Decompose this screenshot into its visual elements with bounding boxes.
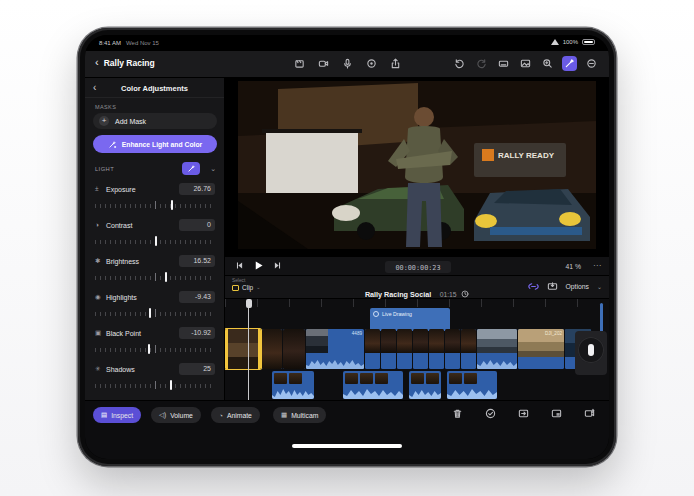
audio-waveform: [343, 386, 403, 399]
light-enhance-toggle[interactable]: [182, 162, 200, 175]
battery-percent: 100%: [563, 39, 578, 45]
connected-clip-audio[interactable]: [447, 371, 497, 399]
check-circle-icon[interactable]: [485, 408, 496, 419]
clip[interactable]: [283, 329, 305, 369]
clip[interactable]: [365, 329, 380, 369]
title-clip-live-drawing[interactable]: Live Drawing: [370, 308, 450, 331]
picture-in-picture-icon[interactable]: [551, 408, 562, 419]
crop-trim-icon[interactable]: [518, 408, 529, 419]
skip-back-icon[interactable]: [235, 261, 244, 270]
inspect-button[interactable]: ▤ Inspect: [93, 407, 141, 423]
clip[interactable]: [397, 329, 412, 369]
transport-more-icon[interactable]: ⋯: [593, 261, 601, 270]
undo-icon[interactable]: [452, 56, 467, 71]
clip[interactable]: [381, 329, 396, 369]
record-icon[interactable]: [364, 56, 379, 71]
add-camera-icon[interactable]: [584, 408, 595, 419]
slider-thumb[interactable]: [148, 344, 150, 354]
home-indicator[interactable]: [292, 444, 402, 448]
jog-wheel[interactable]: [578, 337, 604, 363]
multicam-button[interactable]: ▦ Multicam: [273, 407, 326, 423]
connected-clip-audio[interactable]: [343, 371, 403, 399]
clip[interactable]: [461, 329, 476, 369]
slider-thumb[interactable]: [165, 272, 167, 282]
project-duration: 01:15: [440, 291, 457, 298]
video-preview[interactable]: RALLY READY: [238, 81, 596, 249]
timeline-ruler[interactable]: [225, 299, 609, 307]
slider-highlights: ◉ Highlights -9.43: [95, 291, 215, 321]
jog-handle[interactable]: [588, 344, 594, 356]
transport-bar: 00:00:00:23 41 % ⋯: [225, 256, 609, 276]
keyboard-icon[interactable]: [496, 56, 511, 71]
shadows-slider-track[interactable]: [95, 381, 215, 389]
inspector-toggle-icon[interactable]: [562, 56, 577, 71]
playhead[interactable]: [248, 299, 249, 400]
exposure-icon: ±: [95, 185, 99, 192]
slider-thumb[interactable]: [149, 308, 151, 318]
clip[interactable]: [445, 329, 460, 369]
audio-waveform: [447, 386, 497, 399]
clip-4489[interactable]: 4489: [306, 329, 364, 369]
duration-clock-icon[interactable]: [461, 290, 469, 298]
zoom-icon[interactable]: [540, 56, 555, 71]
volume-button[interactable]: ◁) Volume: [151, 407, 201, 423]
back-button[interactable]: ‹ Rally Racing: [95, 57, 155, 68]
timeline-zoom-level[interactable]: 41 %: [566, 263, 582, 270]
slider-thumb[interactable]: [170, 380, 172, 390]
contrast-slider-track[interactable]: [95, 237, 215, 245]
slider-black-point: ▣ Black Point -10.92: [95, 327, 215, 357]
capture-icon[interactable]: [292, 56, 307, 71]
wifi-icon: [551, 39, 559, 45]
masks-section-label: MASKS: [95, 104, 116, 110]
brightness-slider-track[interactable]: [95, 273, 215, 281]
black-point-slider-track[interactable]: [95, 345, 215, 353]
contrast-icon: ◑: [95, 221, 99, 228]
multicam-icon: ▦: [281, 411, 287, 419]
back-chevron-icon: ‹: [95, 57, 99, 68]
delete-icon[interactable]: [452, 408, 463, 419]
viewer-display-icon[interactable]: [518, 56, 533, 71]
brightness-value: 16.52: [179, 255, 215, 267]
animate-button[interactable]: ◔ Animate: [211, 407, 260, 423]
clip[interactable]: [477, 329, 517, 369]
color-adjustments-panel: ‹ Color Adjustments MASKS + Add Mask Enh…: [85, 78, 225, 400]
hide-sidebar-icon[interactable]: [584, 56, 599, 71]
black-point-value: -10.92: [179, 327, 215, 339]
microphone-icon[interactable]: [340, 56, 355, 71]
clip[interactable]: [262, 329, 282, 369]
highlights-slider-track[interactable]: [95, 309, 215, 317]
clip-selected[interactable]: [225, 329, 261, 369]
connect-clips-icon[interactable]: [528, 281, 539, 292]
project-back-title: Rally Racing: [104, 58, 155, 68]
connected-clip-audio[interactable]: [272, 371, 314, 399]
options-button[interactable]: Options: [566, 283, 589, 290]
playhead-handle[interactable]: [246, 299, 252, 308]
enhance-light-color-button[interactable]: Enhance Light and Color: [93, 135, 217, 153]
brightness-icon: ✱: [95, 257, 100, 265]
overwrite-icon[interactable]: [547, 281, 558, 292]
light-collapse-chevron[interactable]: ⌄: [210, 165, 216, 173]
add-mask-button[interactable]: + Add Mask: [93, 113, 217, 129]
video-frame-art: RALLY READY: [238, 81, 596, 249]
timeline[interactable]: Live Drawing 4489: [225, 299, 609, 400]
redo-icon[interactable]: [474, 56, 489, 71]
timeline-header: Select Clip ⌄ Rally Racing Social 01:15 …: [225, 276, 609, 299]
clip-dji-202[interactable]: DJI_202: [518, 329, 564, 369]
highlights-value: -9.43: [179, 291, 215, 303]
slider-thumb[interactable]: [155, 236, 157, 246]
light-section-label: LIGHT: [95, 166, 114, 172]
connected-clip-audio[interactable]: [409, 371, 441, 399]
share-icon[interactable]: [388, 56, 403, 71]
inspect-icon: ▤: [101, 411, 107, 419]
audio-waveform: [409, 386, 441, 399]
clip[interactable]: [413, 329, 428, 369]
skip-forward-icon[interactable]: [273, 261, 282, 270]
exposure-value: 26.76: [179, 183, 215, 195]
clip[interactable]: [429, 329, 444, 369]
slider-thumb[interactable]: [171, 200, 173, 210]
pencil-icon: [373, 311, 379, 317]
exposure-slider-track[interactable]: [95, 201, 215, 209]
camera-icon[interactable]: [316, 56, 331, 71]
volume-icon: ◁): [159, 411, 166, 419]
play-button[interactable]: [253, 260, 264, 271]
